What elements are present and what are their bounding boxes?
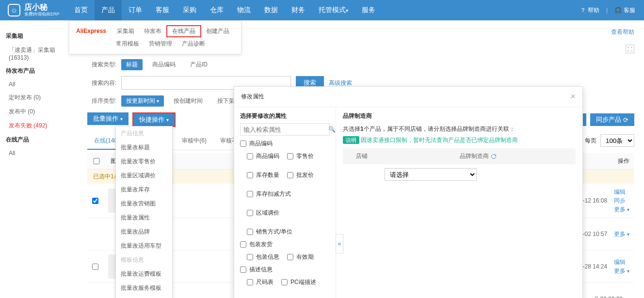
info-badge: 说明 bbox=[343, 136, 359, 144]
chk-region[interactable] bbox=[247, 210, 253, 216]
row-edit[interactable]: 编辑 bbox=[614, 188, 629, 196]
submenu-collectbox[interactable]: 采集箱 bbox=[112, 26, 139, 36]
chk-sale[interactable] bbox=[247, 229, 253, 235]
grp-desc-checkbox[interactable] bbox=[240, 267, 246, 273]
chk-sku[interactable] bbox=[247, 153, 253, 159]
nav-hosting[interactable]: 托管模式 bbox=[312, 0, 355, 20]
select-all-checkbox[interactable] bbox=[92, 158, 101, 164]
headset-icon: 🎧 bbox=[614, 7, 622, 14]
submenu-pending[interactable]: 待发布 bbox=[139, 26, 166, 36]
row-checkbox[interactable] bbox=[92, 264, 98, 270]
dd-image[interactable]: 批量改营销图 bbox=[116, 197, 172, 211]
dd-hdr-product: 产品信息 bbox=[116, 126, 172, 141]
modal-title: 修改属性 bbox=[241, 93, 264, 101]
expand-icon[interactable]: ⛶ bbox=[626, 45, 634, 53]
quick-dropdown: 产品信息 批量改标题 批量改零售价 批量区域调价 批量改库存 批量改营销图 批量… bbox=[115, 126, 173, 298]
search-type-title[interactable]: 标题 bbox=[121, 59, 143, 70]
chk-deduct[interactable] bbox=[247, 191, 253, 197]
submenu-marketing[interactable]: 营销管理 bbox=[144, 39, 177, 49]
sb-pending-publishing[interactable]: 发布中 (0) bbox=[4, 105, 69, 119]
chk-valid[interactable] bbox=[287, 254, 293, 260]
dd-stock[interactable]: 批量改库存 bbox=[116, 183, 172, 197]
logo-icon: ☺ bbox=[8, 4, 20, 16]
dd-ship-tpl[interactable]: 批量改运费模板 bbox=[116, 267, 172, 281]
row-checkbox[interactable] bbox=[92, 198, 98, 204]
nav-order[interactable]: 订单 bbox=[122, 0, 149, 20]
perpage-select[interactable]: 100条 bbox=[600, 134, 634, 147]
row-more[interactable]: 更多 bbox=[614, 230, 629, 238]
dd-attr[interactable]: 批量改属性 bbox=[116, 211, 172, 225]
dd-svc-tpl[interactable]: 批量改服务模板 bbox=[116, 281, 172, 295]
attr-selector-panel: 选择要修改的属性 🔍 商品编码 商品编码 零售价 库存数量 批发价 库存扣减方式… bbox=[234, 107, 336, 298]
chk-pack[interactable] bbox=[247, 254, 253, 260]
tab-review[interactable]: 审核中(6) bbox=[175, 133, 213, 150]
dd-title[interactable]: 批量改标题 bbox=[116, 141, 172, 155]
product-submenu: AliExpress 采集箱 待发布 在线产品 创建产品 常用模板 营销管理 产… bbox=[69, 20, 242, 54]
row-sync[interactable]: 同步 bbox=[614, 196, 629, 205]
search-type-code[interactable]: 商品编码 bbox=[147, 59, 180, 70]
logo[interactable]: ☺ 店小秘 免费跨境电商ERP bbox=[0, 3, 67, 17]
help-button[interactable]: ？帮助 bbox=[580, 6, 599, 15]
logo-subtitle: 免费跨境电商ERP bbox=[24, 11, 60, 17]
sort-update[interactable]: 按更新时间 bbox=[121, 95, 164, 107]
submenu-template[interactable]: 常用模板 bbox=[111, 39, 144, 49]
nav-logistics[interactable]: 物流 bbox=[230, 0, 258, 20]
nav-warehouse[interactable]: 仓库 bbox=[203, 0, 230, 20]
search-icon[interactable]: 🔍 bbox=[328, 126, 336, 133]
search-type-id[interactable]: 产品ID bbox=[185, 59, 212, 70]
cs-button[interactable]: 🎧客服 bbox=[614, 6, 635, 15]
refresh-icon[interactable] bbox=[491, 153, 497, 159]
dd-region[interactable]: 批量区域调价 bbox=[116, 169, 172, 183]
chk-wholesale[interactable] bbox=[287, 172, 293, 178]
brand-table: 店铺 品牌制造商 请选择 bbox=[343, 148, 576, 185]
attr-edit-panel: « 品牌制造商 共选择1个产品，属于不同店铺，请分别选择品牌制造商进行关联： 说… bbox=[336, 107, 582, 298]
main-nav: 首页 产品 订单 客服 采购 仓库 物流 数据 财务 托管模式 服务 bbox=[67, 0, 382, 20]
submenu-create[interactable]: 创建产品 bbox=[201, 26, 234, 36]
submenu-online[interactable]: 在线产品 bbox=[166, 25, 201, 37]
grp-sku-checkbox[interactable] bbox=[240, 141, 246, 147]
row-date: 8-12 16:08 bbox=[580, 197, 607, 204]
row-date: 8-28 14:24 bbox=[580, 263, 607, 270]
submenu-diag[interactable]: 产品诊断 bbox=[177, 39, 210, 49]
sb-pending-failed[interactable]: 发布失败 (492) bbox=[4, 119, 69, 133]
nav-product[interactable]: 产品 bbox=[95, 0, 122, 20]
nav-finance[interactable]: 财务 bbox=[285, 0, 312, 20]
search-content-label: 搜索内容: bbox=[87, 79, 116, 87]
dd-brand[interactable]: 批量改品牌 bbox=[116, 225, 172, 239]
close-icon[interactable]: × bbox=[570, 92, 576, 102]
quick-button[interactable]: 快捷操作 bbox=[133, 113, 175, 126]
top-header: ☺ 店小秘 免费跨境电商ERP 首页 产品 订单 客服 采购 仓库 物流 数据 … bbox=[0, 0, 644, 20]
sb-online-all[interactable]: All bbox=[4, 147, 69, 159]
row-edit[interactable]: 编辑 bbox=[614, 258, 629, 267]
nav-data[interactable]: 数据 bbox=[258, 0, 285, 20]
submenu-brand[interactable]: AliExpress bbox=[76, 28, 112, 34]
brand-select[interactable]: 请选择 bbox=[385, 168, 477, 181]
chk-pc[interactable] bbox=[281, 279, 288, 285]
modify-attr-modal: 修改属性 × 选择要修改的属性 🔍 商品编码 商品编码 零售价 库存数量 批发价… bbox=[234, 86, 583, 298]
collapse-icon[interactable]: « bbox=[336, 234, 343, 253]
nav-service[interactable]: 服务 bbox=[355, 0, 382, 20]
chk-retail[interactable] bbox=[287, 153, 293, 159]
nav-support[interactable]: 客服 bbox=[149, 0, 176, 20]
nav-purchase[interactable]: 采购 bbox=[176, 0, 203, 20]
sb-collect-item[interactable]: 「速卖通」采集箱 (16313) bbox=[4, 43, 69, 64]
sync-button[interactable]: 同步产品 ⟳ bbox=[590, 113, 634, 126]
nav-home[interactable]: 首页 bbox=[67, 0, 95, 20]
col-shop: 店铺 bbox=[343, 148, 381, 164]
chk-stock[interactable] bbox=[247, 172, 253, 178]
attr-search-input[interactable] bbox=[241, 126, 328, 133]
grp-pack-checkbox[interactable] bbox=[240, 241, 246, 248]
sb-pending-all[interactable]: All bbox=[4, 78, 69, 91]
chk-size[interactable] bbox=[247, 279, 253, 285]
search-type-label: 搜索类型: bbox=[87, 61, 116, 69]
advanced-search-link[interactable]: 高级搜索 bbox=[329, 79, 352, 87]
header-right: ？帮助 | 🎧客服 bbox=[580, 6, 644, 15]
sb-pending-scheduled[interactable]: 定时发布 (0) bbox=[4, 91, 69, 105]
row-more[interactable]: 更多 bbox=[614, 205, 629, 214]
dd-price[interactable]: 批量改零售价 bbox=[116, 155, 172, 169]
sort-create[interactable]: 按创建时间 bbox=[169, 95, 208, 107]
row-more[interactable]: 更多 bbox=[614, 267, 629, 275]
view-help-link[interactable]: 查看帮助 bbox=[611, 28, 634, 36]
batch-button[interactable]: 批量操作 bbox=[87, 112, 129, 125]
dd-car[interactable]: 批量改适用车型 bbox=[116, 239, 172, 253]
